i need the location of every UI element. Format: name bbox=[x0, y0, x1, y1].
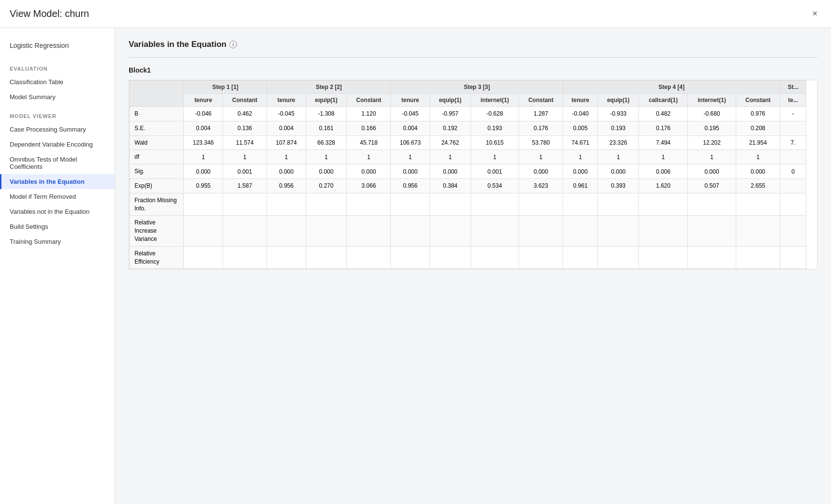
cell bbox=[391, 216, 430, 246]
cell: 0.000 bbox=[347, 164, 391, 179]
row-label: S.E. bbox=[130, 121, 184, 135]
col-header: equip(1) bbox=[430, 94, 471, 107]
cell: 0.393 bbox=[598, 178, 639, 193]
col-header: equip(1) bbox=[306, 94, 347, 107]
sidebar-item-training-summary[interactable]: Training Summary bbox=[0, 234, 115, 249]
cell: 66.328 bbox=[306, 135, 347, 150]
table-row: Exp(B)0.9551.5870.9560.2703.0660.9560.38… bbox=[130, 178, 806, 193]
table-row: Relative Efficiency bbox=[130, 246, 806, 269]
cell bbox=[184, 216, 223, 246]
modal-title: View Model: churn bbox=[10, 8, 89, 19]
cell: 0.193 bbox=[598, 121, 639, 135]
cell: 21.954 bbox=[736, 135, 780, 150]
row-label: Sig. bbox=[130, 164, 184, 179]
cell: 1 bbox=[471, 150, 519, 164]
cell bbox=[430, 216, 471, 246]
row-label: Relative Increase Variance bbox=[130, 216, 184, 246]
cell: 0.384 bbox=[430, 178, 471, 193]
cell: 0.195 bbox=[688, 121, 736, 135]
block-title: Block1 bbox=[129, 66, 817, 74]
cell bbox=[430, 246, 471, 269]
cell: 0.005 bbox=[563, 121, 598, 135]
step-header: Step 2 [2] bbox=[267, 81, 391, 94]
cell bbox=[736, 246, 780, 269]
sidebar-item-model-if-term[interactable]: Model if Term Removed bbox=[0, 189, 115, 204]
cell: 2.655 bbox=[736, 178, 780, 193]
table-row: S.E.0.0040.1360.0040.1610.1660.0040.1920… bbox=[130, 121, 806, 135]
cell: 23.326 bbox=[598, 135, 639, 150]
step-header: Step 4 [4] bbox=[563, 81, 780, 94]
divider bbox=[129, 57, 817, 58]
cell: 106.673 bbox=[391, 135, 430, 150]
cell: 0.176 bbox=[519, 121, 563, 135]
close-button[interactable]: × bbox=[808, 7, 821, 21]
cell bbox=[306, 216, 347, 246]
col-header: internet(1) bbox=[688, 94, 736, 107]
col-header: tenure bbox=[267, 94, 306, 107]
cell: 3.066 bbox=[347, 178, 391, 193]
cell bbox=[639, 246, 688, 269]
sidebar-item-model-summary[interactable]: Model Summary bbox=[0, 89, 115, 104]
cell: 0.004 bbox=[184, 121, 223, 135]
section-title: Variables in the Equation i bbox=[129, 40, 817, 49]
cell: 0.000 bbox=[736, 164, 780, 179]
cell: 0.000 bbox=[184, 164, 223, 179]
cell: 0.955 bbox=[184, 178, 223, 193]
step-header: Step 3 [3] bbox=[391, 81, 563, 94]
info-icon[interactable]: i bbox=[229, 41, 237, 48]
col-header: te... bbox=[780, 94, 806, 107]
col-header: Constant bbox=[347, 94, 391, 107]
sidebar-item-build-settings[interactable]: Build Settings bbox=[0, 219, 115, 234]
cell: 0.192 bbox=[430, 121, 471, 135]
row-label: B bbox=[130, 107, 184, 121]
cell bbox=[780, 121, 806, 135]
cell bbox=[563, 193, 598, 216]
step-header: Step 1 [1] bbox=[184, 81, 267, 94]
sidebar-section-title: MODEL VIEWER bbox=[0, 104, 115, 122]
table-wrapper: Step 1 [1]Step 2 [2]Step 3 [3]Step 4 [4]… bbox=[129, 80, 817, 269]
modal-header: View Model: churn × bbox=[0, 0, 831, 28]
modal: View Model: churn × Logistic Regression … bbox=[0, 0, 831, 504]
sidebar-item-case-processing[interactable]: Case Processing Summary bbox=[0, 122, 115, 137]
cell: 1 bbox=[598, 150, 639, 164]
cell: 0.000 bbox=[391, 164, 430, 179]
cell: -0.046 bbox=[184, 107, 223, 121]
cell bbox=[184, 193, 223, 216]
cell: 45.718 bbox=[347, 135, 391, 150]
cell bbox=[780, 150, 806, 164]
cell: 0.004 bbox=[391, 121, 430, 135]
cell: 0.161 bbox=[306, 121, 347, 135]
cell: 12.202 bbox=[688, 135, 736, 150]
sidebar-item-dep-var-encoding[interactable]: Dependent Variable Encoding bbox=[0, 137, 115, 152]
cell: 10.615 bbox=[471, 135, 519, 150]
col-header: equip(1) bbox=[598, 94, 639, 107]
cell: 1 bbox=[563, 150, 598, 164]
main-content: Variables in the Equation i Block1 Step … bbox=[115, 28, 831, 504]
cell: 1 bbox=[736, 150, 780, 164]
cell: 0.000 bbox=[306, 164, 347, 179]
cell: 1 bbox=[430, 150, 471, 164]
cell bbox=[519, 216, 563, 246]
cell: -0.680 bbox=[688, 107, 736, 121]
table-row: Relative Increase Variance bbox=[130, 216, 806, 246]
cell: 1 bbox=[184, 150, 223, 164]
modal-body: Logistic Regression EVALUATIONClassifica… bbox=[0, 28, 831, 504]
row-label: Exp(B) bbox=[130, 178, 184, 193]
cell bbox=[519, 193, 563, 216]
cell: -0.628 bbox=[471, 107, 519, 121]
cell: 107.874 bbox=[267, 135, 306, 150]
cell bbox=[267, 193, 306, 216]
variables-table: Step 1 [1]Step 2 [2]Step 3 [3]Step 4 [4]… bbox=[129, 80, 806, 269]
sidebar-item-omnibus-tests[interactable]: Omnibus Tests of Model Coefficients bbox=[0, 152, 115, 174]
cell bbox=[688, 193, 736, 216]
cell bbox=[780, 178, 806, 193]
sidebar-item-variables-in-equation[interactable]: Variables in the Equation bbox=[0, 174, 115, 189]
row-label: Wald bbox=[130, 135, 184, 150]
cell: 1.287 bbox=[519, 107, 563, 121]
sidebar-item-variables-not-in-equation[interactable]: Variables not in the Equation bbox=[0, 204, 115, 219]
cell bbox=[563, 216, 598, 246]
sidebar-item-classification-table[interactable]: Classification Table bbox=[0, 74, 115, 89]
cell bbox=[347, 193, 391, 216]
cell: 1 bbox=[639, 150, 688, 164]
cell bbox=[306, 246, 347, 269]
